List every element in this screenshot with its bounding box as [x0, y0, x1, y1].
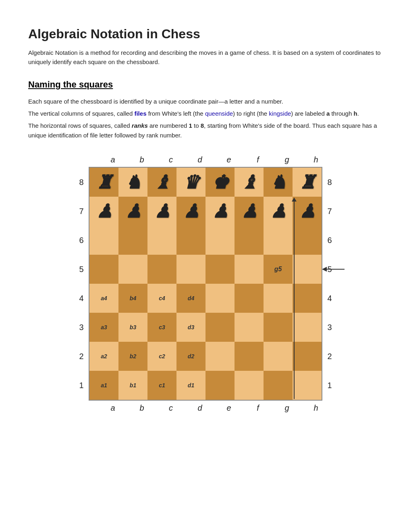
- to-label: to: [192, 122, 201, 129]
- piece-f8: ♝: [241, 173, 257, 191]
- para2-mid1: from White's left (the: [146, 110, 205, 117]
- rank-label-8-left: 8: [74, 168, 89, 197]
- square-h2: [293, 342, 322, 371]
- square-f2: [235, 342, 264, 371]
- rank-label-5-left: 5: [74, 255, 89, 284]
- piece-h7: ♟: [299, 202, 316, 220]
- a2-label: a2: [101, 352, 107, 361]
- file-label-h-bottom: h: [301, 401, 330, 415]
- through-label: through: [330, 110, 353, 117]
- square-e2: [206, 342, 235, 371]
- page-title: Algebraic Notation in Chess: [28, 24, 383, 44]
- rank-label-2-right: 2: [322, 342, 337, 371]
- rank-label-3-right: 3: [322, 313, 337, 342]
- square-g4: [264, 284, 293, 313]
- square-g1: [264, 371, 293, 400]
- piece-e7: ♟: [212, 202, 228, 220]
- piece-c8: ♝: [154, 173, 170, 191]
- square-g5: g5: [264, 255, 293, 284]
- kingside-link[interactable]: kingside: [269, 110, 291, 117]
- square-b8: ♞: [118, 168, 147, 197]
- g5-coord-label: g5: [274, 264, 282, 274]
- square-b3: b3: [118, 313, 147, 342]
- file-label-e-top: e: [214, 152, 243, 167]
- rank-label-7-left: 7: [74, 197, 89, 226]
- square-b5: [118, 255, 147, 284]
- d3-label: d3: [188, 323, 194, 332]
- para2-mid2: ) to right (the: [233, 110, 269, 117]
- square-e7: ♟: [206, 197, 235, 226]
- d4-label: d4: [188, 294, 194, 303]
- square-h8: ♜: [293, 168, 322, 197]
- square-g7: ♟: [264, 197, 293, 226]
- c1-label: c1: [159, 381, 165, 390]
- square-h4: [293, 284, 322, 313]
- square-b2: b2: [118, 342, 147, 371]
- square-g3: [264, 313, 293, 342]
- files-link[interactable]: files: [134, 110, 146, 117]
- queenside-link[interactable]: queenside: [205, 110, 233, 117]
- square-c6: [147, 226, 176, 255]
- file-label-c-bottom: c: [156, 401, 185, 415]
- square-b6: [118, 226, 147, 255]
- a3-label: a3: [101, 323, 107, 332]
- right-panel: 8 7 6 5 4 3 2: [322, 168, 337, 400]
- piece-h8: ♜: [299, 173, 316, 191]
- file-label-b-top: b: [127, 152, 156, 167]
- file-labels-top: a b c d e f g h: [98, 152, 330, 167]
- square-d6: [176, 226, 206, 255]
- rank-label-5-right: 5: [322, 255, 337, 284]
- ranks-label: ranks: [132, 122, 148, 129]
- para1: Each square of the chessboard is identif…: [28, 97, 383, 106]
- file-label-f-bottom: f: [243, 401, 272, 415]
- rank-label-7-right: 7: [322, 197, 337, 226]
- d2-label: d2: [188, 352, 194, 361]
- square-e5: [206, 255, 235, 284]
- square-h3: [293, 313, 322, 342]
- piece-f7: ♟: [241, 202, 257, 220]
- square-c4: c4: [147, 284, 176, 313]
- para3-mid: are numbered: [148, 122, 189, 129]
- square-b7: ♟: [118, 197, 147, 226]
- rank-label-4-left: 4: [74, 284, 89, 313]
- square-c3: c3: [147, 313, 176, 342]
- para2-suffix: ) are labeled: [291, 110, 326, 117]
- b2-label: b2: [130, 352, 136, 361]
- c2-label: c2: [159, 352, 165, 361]
- square-a2: a2: [89, 342, 118, 371]
- file-label-a-bottom: a: [98, 401, 127, 415]
- square-f7: ♟: [235, 197, 264, 226]
- square-a3: a3: [89, 313, 118, 342]
- c3-label: c3: [159, 323, 165, 332]
- piece-a8: ♜: [96, 173, 112, 191]
- rank-label-3-left: 3: [74, 313, 89, 342]
- rank-label-1-right: 1: [322, 371, 337, 400]
- square-f5: [235, 255, 264, 284]
- b3-label: b3: [130, 323, 136, 332]
- square-e3: [206, 313, 235, 342]
- square-h5: [293, 255, 322, 284]
- file-label-d-top: d: [185, 152, 214, 167]
- square-e6: [206, 226, 235, 255]
- rank-label-4-right: 4: [322, 284, 337, 313]
- file-label-b-bottom: b: [127, 401, 156, 415]
- square-e8: ♚: [206, 168, 235, 197]
- square-a5: [89, 255, 118, 284]
- square-d1: d1: [176, 371, 206, 400]
- file-label-e-bottom: e: [214, 401, 243, 415]
- a1-label: a1: [101, 381, 107, 390]
- square-h6: [293, 226, 322, 255]
- square-d7: ♟: [176, 197, 206, 226]
- board-wrapper: 8 7 6 5 4 3 2 1 ♜ ♞ ♝ ♛ ♚ ♝ ♞ ♜ ♟ ♟ ♟ ♟ …: [74, 167, 337, 401]
- piece-d7: ♟: [183, 202, 199, 220]
- square-d3: d3: [176, 313, 206, 342]
- square-g8: ♞: [264, 168, 293, 197]
- square-e1: [206, 371, 235, 400]
- file-label-h-top: h: [301, 152, 330, 167]
- square-f4: [235, 284, 264, 313]
- b4-label: b4: [130, 294, 136, 303]
- piece-c7: ♟: [154, 202, 170, 220]
- c4-label: c4: [159, 294, 165, 303]
- piece-b7: ♟: [125, 202, 141, 220]
- file-label-a-top: a: [98, 152, 127, 167]
